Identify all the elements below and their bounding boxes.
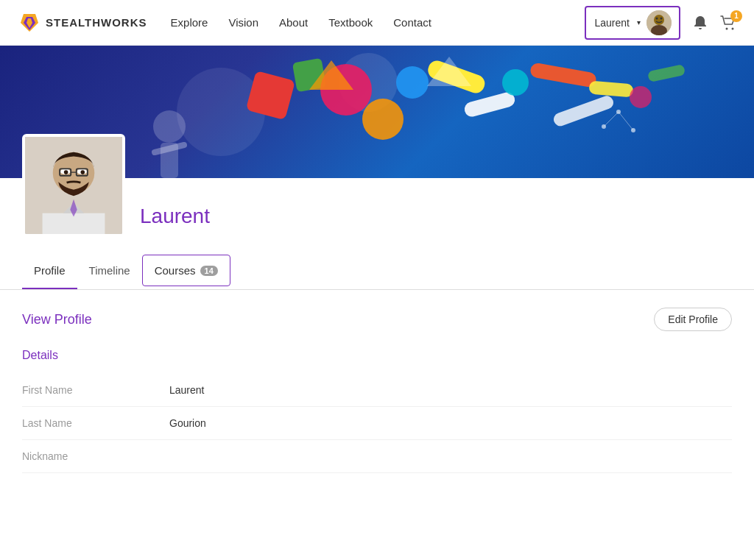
nav-explore[interactable]: Explore — [171, 16, 208, 29]
svg-point-40 — [80, 170, 85, 174]
profile-name-area: Laurent — [140, 196, 210, 237]
nav-contact[interactable]: Contact — [393, 16, 431, 29]
profile-name: Laurent — [140, 205, 210, 228]
view-profile-title: View Profile — [22, 312, 92, 327]
svg-rect-22 — [588, 80, 633, 97]
svg-rect-24 — [647, 64, 686, 82]
main-content: View Profile Edit Profile Details First … — [0, 290, 754, 560]
tabs-bar: Profile Timeline Courses 14 — [0, 252, 754, 290]
svg-point-8 — [726, 27, 728, 29]
notifications-button[interactable] — [692, 15, 708, 31]
svg-point-9 — [732, 27, 734, 29]
svg-point-16 — [396, 66, 429, 99]
cart-button[interactable]: 1 — [720, 15, 736, 31]
svg-point-6 — [656, 17, 658, 19]
navbar: STEALTHWORKS Explore Vision About Textbo… — [0, 0, 754, 46]
details-section: Details First Name Laurent Last Name Gou… — [22, 349, 732, 473]
detail-row-lastname: Last Name Gourion — [22, 407, 732, 440]
svg-rect-20 — [529, 62, 597, 88]
profile-photo — [22, 134, 125, 237]
detail-label-lastname: Last Name — [22, 417, 169, 429]
chevron-down-icon: ▾ — [637, 18, 641, 26]
bell-icon — [692, 15, 708, 31]
nav-vision[interactable]: Vision — [228, 16, 258, 29]
tab-courses[interactable]: Courses 14 — [142, 255, 230, 286]
profile-photo-svg — [25, 137, 122, 234]
detail-row-firstname: First Name Laurent — [22, 374, 732, 407]
navbar-right: Laurent ▾ — [585, 6, 736, 40]
logo-icon — [18, 11, 41, 35]
svg-point-19 — [502, 69, 529, 96]
svg-point-39 — [64, 170, 68, 174]
svg-line-34 — [155, 145, 184, 152]
cart-badge: 1 — [730, 10, 742, 22]
navbar-nav: Explore Vision About Textbook Contact — [171, 16, 585, 29]
detail-row-nickname: Nickname — [22, 440, 732, 473]
svg-point-4 — [654, 15, 664, 25]
svg-line-31 — [619, 112, 633, 130]
svg-point-23 — [630, 86, 652, 108]
avatar — [646, 10, 672, 35]
user-menu[interactable]: Laurent ▾ — [585, 6, 680, 40]
tab-profile[interactable]: Profile — [22, 252, 77, 289]
tab-timeline[interactable]: Timeline — [77, 252, 142, 289]
profile-photo-placeholder — [25, 137, 122, 234]
logo[interactable]: STEALTHWORKS — [18, 11, 147, 35]
user-menu-name: Laurent — [595, 17, 630, 29]
svg-line-30 — [604, 112, 619, 127]
svg-rect-18 — [463, 91, 517, 118]
edit-profile-button[interactable]: Edit Profile — [654, 308, 732, 331]
view-profile-header: View Profile Edit Profile — [22, 308, 732, 331]
svg-point-15 — [362, 99, 404, 140]
svg-point-10 — [177, 68, 265, 156]
svg-rect-21 — [552, 94, 615, 128]
courses-badge: 14 — [200, 266, 218, 276]
detail-value-firstname: Laurent — [169, 384, 204, 396]
profile-area: Laurent — [0, 178, 754, 252]
nav-about[interactable]: About — [279, 16, 308, 29]
svg-point-32 — [153, 110, 186, 143]
svg-point-7 — [660, 17, 663, 19]
nav-textbook[interactable]: Textbook — [328, 16, 373, 29]
detail-label-nickname: Nickname — [22, 450, 169, 462]
details-title: Details — [22, 349, 732, 362]
logo-text: STEALTHWORKS — [46, 16, 147, 29]
detail-value-lastname: Gourion — [169, 417, 206, 429]
detail-label-firstname: First Name — [22, 384, 169, 396]
